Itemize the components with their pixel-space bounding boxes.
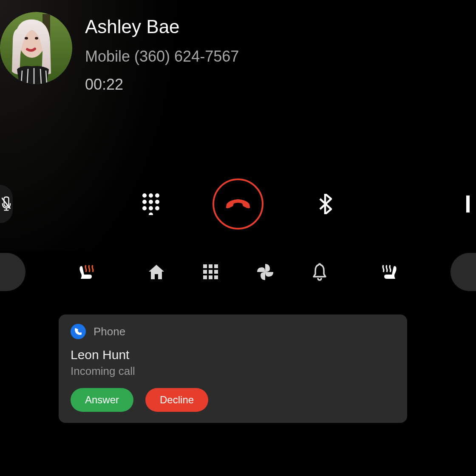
hvac-button[interactable] <box>255 262 275 282</box>
notification-actions: Answer Decline <box>71 388 395 412</box>
svg-point-13 <box>142 193 147 198</box>
climate-right-edge[interactable] <box>450 253 476 291</box>
svg-point-18 <box>155 200 159 204</box>
contact-name: Ashley Bae <box>85 16 239 37</box>
call-duration: 00:22 <box>85 76 239 94</box>
pause-icon <box>466 196 473 212</box>
apps-button[interactable] <box>201 262 221 282</box>
svg-rect-29 <box>214 270 218 274</box>
svg-point-20 <box>149 206 153 210</box>
climate-left-edge[interactable] <box>0 253 26 291</box>
avatar-image <box>0 12 72 84</box>
end-call-button[interactable] <box>212 178 264 230</box>
svg-rect-32 <box>214 275 218 279</box>
incoming-call-status: Incoming call <box>71 365 395 378</box>
pause-button[interactable] <box>463 185 476 223</box>
heated-seat-right-icon <box>381 263 400 281</box>
decline-button[interactable]: Decline <box>145 388 208 412</box>
fan-icon <box>256 263 274 281</box>
svg-rect-31 <box>209 275 212 279</box>
svg-rect-26 <box>214 264 218 268</box>
notification-app-name: Phone <box>94 325 125 338</box>
dialpad-icon <box>138 191 164 217</box>
bluetooth-icon <box>312 191 338 217</box>
svg-point-21 <box>155 206 159 210</box>
svg-point-14 <box>149 193 153 198</box>
bluetooth-button[interactable] <box>312 191 338 217</box>
phone-hangup-icon <box>224 198 252 210</box>
contact-avatar <box>0 12 72 84</box>
svg-rect-30 <box>203 275 207 279</box>
call-info: Ashley Bae Mobile (360) 624-7567 00:22 <box>85 8 239 94</box>
svg-rect-23 <box>466 196 470 212</box>
contact-phone: Mobile (360) 624-7567 <box>85 48 239 65</box>
svg-rect-28 <box>209 270 212 274</box>
dialpad-button[interactable] <box>138 191 164 217</box>
svg-point-15 <box>155 193 159 198</box>
svg-point-6 <box>35 37 38 40</box>
heated-seat-left-icon <box>76 263 95 281</box>
bottom-center-nav <box>146 262 330 282</box>
call-controls <box>0 178 476 230</box>
call-header: Ashley Bae Mobile (360) 624-7567 00:22 <box>0 0 476 94</box>
svg-point-16 <box>142 200 147 204</box>
svg-rect-25 <box>209 264 212 268</box>
svg-point-19 <box>142 206 147 210</box>
incoming-caller-name: Leon Hunt <box>71 348 395 362</box>
notification-header: Phone <box>71 324 395 339</box>
home-icon <box>148 264 165 280</box>
heated-seat-left-button[interactable] <box>76 262 96 282</box>
svg-point-17 <box>149 200 153 204</box>
mute-button[interactable] <box>0 185 13 223</box>
apps-grid-icon <box>203 264 218 280</box>
svg-point-5 <box>25 37 28 40</box>
mic-off-icon <box>2 196 11 212</box>
incoming-call-notification: Phone Leon Hunt Incoming call Answer Dec… <box>59 314 407 423</box>
bell-icon <box>312 263 327 281</box>
phone-app-icon <box>71 324 86 339</box>
home-button[interactable] <box>146 262 167 282</box>
notifications-button[interactable] <box>309 262 330 282</box>
svg-rect-27 <box>203 270 207 274</box>
svg-rect-24 <box>203 264 207 268</box>
heated-seat-right-button[interactable] <box>380 262 400 282</box>
bottom-nav-bar <box>0 251 476 293</box>
answer-button[interactable]: Answer <box>71 388 133 412</box>
svg-point-22 <box>149 212 153 215</box>
